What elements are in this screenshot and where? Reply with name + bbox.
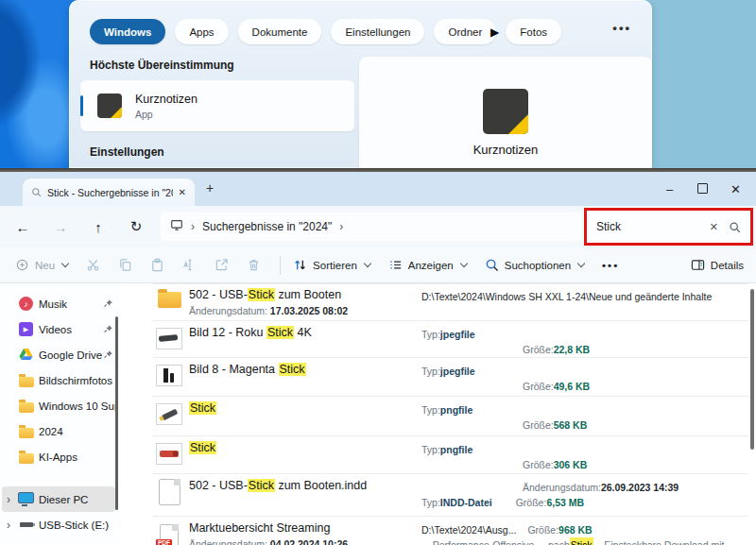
rename-button[interactable]: [182, 258, 197, 272]
selection-accent-bar: [80, 95, 83, 116]
search-tab-apps[interactable]: Apps: [175, 19, 228, 44]
search-tabs: WindowsAppsDokumenteEinstellungenOrdnerF…: [69, 0, 652, 44]
filelist-scrollbar[interactable]: [750, 289, 754, 450]
file-details: Typ: pngfileGröße: 568 KB: [421, 401, 756, 436]
sidebar-item-windows-10-sup[interactable]: Windows 10 Sup: [2, 393, 115, 418]
search-options-button[interactable]: Suchoptionen: [485, 258, 584, 272]
file-name: Stick: [189, 441, 421, 454]
view-list-icon: [388, 258, 403, 272]
search-box-annotated: Stick ✕: [584, 208, 753, 246]
rename-icon: [182, 258, 197, 272]
sort-button[interactable]: Sortieren: [293, 258, 370, 272]
search-tab-einstellungen[interactable]: Einstellungen: [331, 19, 424, 44]
minimize-button[interactable]: –: [653, 182, 686, 196]
sidebar-item-label: Google Drive: [39, 349, 102, 361]
search-tab-fotos[interactable]: Fotos: [506, 19, 561, 44]
search-icon[interactable]: [729, 221, 741, 233]
clipboard-icon: [150, 258, 164, 272]
panel-more-icon[interactable]: •••: [612, 21, 631, 35]
file-row[interactable]: StickTyp: pngfileGröße: 568 KB: [121, 397, 756, 436]
sidebar-item-label: Dieser PC: [39, 494, 115, 505]
toolbar-more-icon[interactable]: •••: [602, 260, 619, 271]
file-name: 502 - USB-Stick zum Booten: [189, 288, 421, 301]
back-button[interactable]: ←: [4, 219, 42, 235]
cut-button[interactable]: [86, 258, 100, 272]
file-row[interactable]: StickTyp: pngfileGröße: 306 KB: [121, 436, 756, 474]
file-list: 502 - USB-Stick zum BootenÄnderungsdatum…: [121, 283, 756, 545]
file-name: Stick: [189, 401, 421, 415]
chevron-right-icon: ›: [7, 519, 18, 532]
expand-arrow-icon[interactable]: ▶: [490, 26, 499, 39]
sort-arrows-icon: [293, 258, 307, 272]
view-button[interactable]: Anzeigen: [388, 258, 467, 272]
up-button[interactable]: ↑: [79, 219, 117, 235]
sidebar-item-usb-stick-e[interactable]: ›USB-Stick (E:): [2, 512, 115, 537]
usb-icon: [18, 518, 34, 533]
folder-icon: [18, 424, 34, 439]
video-icon: ▶: [18, 322, 34, 337]
sidebar-item-label: KI-Apps: [39, 451, 115, 463]
share-button[interactable]: [215, 258, 229, 272]
pin-icon: [103, 349, 113, 360]
breadcrumb-chevron-icon[interactable]: ›: [191, 220, 195, 233]
usbred-file-icon: [155, 441, 183, 474]
file-details: D:\Texte\2024\Windows SH XXL 1-24\Neue u…: [421, 288, 756, 321]
file-details: Typ: pngfileGröße: 306 KB: [421, 441, 756, 474]
music-icon: ♪: [18, 297, 34, 312]
forward-button[interactable]: →: [42, 219, 79, 235]
file-name: 502 - USB-Stick zum Booten.indd: [189, 479, 421, 492]
address-field[interactable]: › Suchergebnisse in "2024" ›: [161, 213, 582, 241]
magenta-file-icon: [155, 363, 183, 397]
refresh-button[interactable]: ↻: [117, 218, 155, 235]
file-subtext: Änderungsdatum: 17.03.2025 08:02: [189, 304, 421, 317]
search-tab-ordner[interactable]: Ordner: [434, 19, 496, 44]
tab-title: Stick - Suchergebnisse in "202: [47, 187, 173, 198]
search-result-kurznotizen[interactable]: Kurznotizen App: [80, 80, 354, 131]
copy-button[interactable]: [118, 258, 132, 272]
file-row[interactable]: PDFMarktuebersicht StreamingÄnderungsdat…: [121, 517, 756, 545]
roku-file-icon: [155, 326, 183, 358]
file-row[interactable]: Bild 8 - Magenta StickTyp: jpegfileGröße…: [121, 358, 756, 397]
result-preview-pane: Kurznotizen: [359, 57, 652, 168]
folder-icon: [18, 399, 34, 414]
explorer-tab[interactable]: Stick - Suchergebnisse in "202 ✕: [23, 179, 195, 206]
sidebar-item-bildschirmfotos[interactable]: Bildschirmfotos: [2, 367, 115, 393]
sidebar-item-ki-apps[interactable]: KI-Apps: [2, 444, 115, 469]
delete-button[interactable]: [247, 258, 261, 272]
breadcrumb-chevron-icon[interactable]: ›: [339, 220, 343, 233]
tab-close-icon[interactable]: ✕: [179, 187, 186, 197]
file-row[interactable]: Bild 12 - Roku Stick 4KTyp: jpegfileGröß…: [121, 321, 756, 358]
sidebar-item-google-drive[interactable]: Google Drive: [2, 342, 115, 367]
search-options-icon: [485, 258, 499, 272]
sidebar-scrollbar[interactable]: [115, 316, 118, 510]
folder-file-icon: [155, 288, 183, 321]
close-button[interactable]: ✕: [719, 182, 752, 196]
sidebar-item-2024[interactable]: 2024: [2, 418, 115, 444]
file-explorer-window: Stick - Suchergebnisse in "202 ✕ + – ✕ ←…: [0, 168, 756, 545]
details-pane-button[interactable]: Details: [691, 258, 744, 272]
file-details: Änderungsdatum: 26.09.2023 14:39Typ: IND…: [421, 479, 756, 517]
desktop-icon: [170, 218, 183, 235]
file-row[interactable]: 502 - USB-Stick zum Booten.inddÄnderungs…: [121, 474, 756, 517]
sidebar-item-dieser-pc[interactable]: ›Dieser PC: [2, 486, 115, 512]
titlebar: Stick - Suchergebnisse in "202 ✕ + – ✕: [0, 172, 756, 206]
clear-search-icon[interactable]: ✕: [699, 221, 729, 233]
result-name: Kurznotizen: [135, 93, 198, 106]
search-tab-dokumente[interactable]: Dokumente: [238, 19, 322, 44]
file-subtext: Änderungsdatum: 04.02.2024 10:26: [189, 537, 421, 545]
sidebar-item-musik[interactable]: ♪Musik: [2, 291, 115, 316]
search-input[interactable]: Stick: [587, 220, 699, 233]
paste-button[interactable]: [150, 258, 164, 272]
sticky-notes-icon-large: [483, 89, 528, 134]
sticky-notes-icon: [97, 94, 122, 118]
file-row[interactable]: 502 - USB-Stick zum BootenÄnderungsdatum…: [121, 283, 756, 321]
maximize-button[interactable]: [686, 182, 719, 196]
toolbar-divider: [280, 256, 281, 275]
sidebar-item-videos[interactable]: ▶Videos: [2, 316, 115, 342]
sidebar-item-label: Windows 10 Sup: [39, 400, 115, 412]
breadcrumb[interactable]: Suchergebnisse in "2024": [202, 220, 332, 233]
new-button[interactable]: Neu: [15, 258, 68, 272]
new-tab-button[interactable]: +: [206, 180, 214, 196]
search-tab-windows[interactable]: Windows: [90, 19, 165, 44]
file-name: Bild 12 - Roku Stick 4K: [189, 326, 421, 339]
